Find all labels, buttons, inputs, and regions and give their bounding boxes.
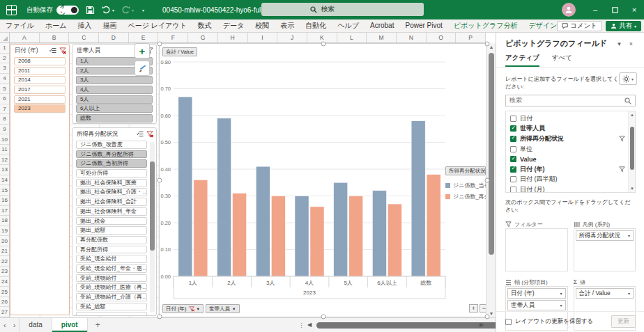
chart-legend-field-button[interactable]: 所得再分配状況 ▼ xyxy=(445,166,486,175)
field-row[interactable]: 所得再分配状況 xyxy=(510,134,625,144)
chart-selection-handle[interactable] xyxy=(158,42,162,47)
row-header-7[interactable]: 7 xyxy=(0,104,9,115)
slicer-item[interactable]: 拠出_社会保険料_医療 xyxy=(76,179,147,187)
minimize-button[interactable]: – xyxy=(585,0,605,19)
area-field-pill[interactable]: 日付 (年)▾ xyxy=(507,288,566,299)
defer-layout-checkbox[interactable] xyxy=(505,319,512,325)
row-header-25[interactable]: 25 xyxy=(0,287,9,297)
slicer-item[interactable]: 2014 xyxy=(14,76,66,84)
ribbon-tab-12[interactable]: Power Pivot xyxy=(399,19,447,32)
row-header-16[interactable]: 16 xyxy=(0,196,9,206)
row-header-27[interactable]: 27 xyxy=(0,307,9,317)
undo-dropdown-icon[interactable]: ▾ xyxy=(112,8,114,13)
slicer-item[interactable]: 2017 xyxy=(14,86,66,94)
field-checkbox[interactable] xyxy=(510,176,516,182)
chart-selection-handle[interactable] xyxy=(485,178,490,183)
scroll-left-icon[interactable]: ◀ xyxy=(307,322,312,328)
slicer-item[interactable]: 総数 xyxy=(76,114,153,122)
row-header-14[interactable]: 14 xyxy=(0,175,9,186)
field-row[interactable]: Value xyxy=(510,154,625,164)
field-list-scrollbar[interactable]: ▲ ▼ xyxy=(628,111,635,192)
column-header-H[interactable]: H xyxy=(218,33,248,42)
row-header-24[interactable]: 24 xyxy=(0,277,9,287)
pane-close-icon[interactable]: × xyxy=(625,40,637,47)
row-header-21[interactable]: 21 xyxy=(0,246,9,257)
chart-styles-button[interactable] xyxy=(135,61,150,76)
row-header-11[interactable]: 11 xyxy=(0,145,9,155)
column-header-F[interactable]: F xyxy=(158,33,188,42)
row-header-12[interactable]: 12 xyxy=(0,155,9,166)
chart-selection-handle[interactable] xyxy=(158,315,162,319)
share-button[interactable]: 共有 ▾ xyxy=(606,21,641,31)
row-header-2[interactable]: 2 xyxy=(0,54,9,64)
ribbon-tab-10[interactable]: ヘルプ xyxy=(332,19,365,32)
field-row[interactable]: 日付 xyxy=(510,113,625,124)
field-checkbox[interactable] xyxy=(510,125,516,132)
filter-funnel-icon[interactable] xyxy=(505,221,512,228)
area-field-pill[interactable]: 所得再分配状況▾ xyxy=(576,230,634,241)
slicer-item[interactable]: 受給_現金給付 xyxy=(76,255,147,263)
ribbon-tab-8[interactable]: 表示 xyxy=(275,19,300,32)
slicer-item[interactable]: 拠出_社会保険料_介護・… xyxy=(76,188,147,196)
field-search-box[interactable]: 検索 xyxy=(505,95,636,106)
filter-funnel-icon[interactable] xyxy=(619,166,625,173)
save-icon[interactable] xyxy=(86,6,95,15)
chart-selection-handle[interactable] xyxy=(485,42,490,47)
ribbon-tab-4[interactable]: ページ レイアウト xyxy=(122,19,192,32)
scroll-right-icon[interactable]: ▶ xyxy=(480,322,484,328)
redo-dropdown-icon[interactable]: ▾ xyxy=(132,8,134,13)
chart-selection-handle[interactable] xyxy=(485,315,490,319)
row-header-13[interactable]: 13 xyxy=(0,165,9,175)
area-box-legend[interactable]: 所得再分配状況▾ xyxy=(574,228,636,271)
field-checkbox[interactable] xyxy=(510,136,516,142)
slicer-item[interactable]: 拠出_総額 xyxy=(76,226,147,235)
select-all-corner[interactable] xyxy=(0,33,10,42)
slicer-item[interactable]: 2011 xyxy=(14,67,66,75)
slicer-item[interactable]: 5人 xyxy=(76,95,153,104)
column-header-C[interactable]: C xyxy=(69,33,99,42)
ribbon-tab-0[interactable]: ファイル xyxy=(0,19,40,32)
chart-elements-button[interactable]: + xyxy=(135,43,150,58)
slicer-item[interactable]: ジニ係数_改善度 xyxy=(76,141,147,149)
search-box[interactable]: 検索 xyxy=(261,3,424,16)
vertical-scroll-thumb[interactable] xyxy=(489,53,494,255)
filter-funnel-icon[interactable] xyxy=(619,136,625,142)
ribbon-contextual-tab-0[interactable]: ピボットグラフ分析 xyxy=(448,19,523,32)
ribbon-tab-2[interactable]: 挿入 xyxy=(72,19,97,32)
slicer-redistribution-status[interactable]: 所得再分配状況ジニ係数_改善度ジニ係数_再分配所得ジニ係数_当初所得可処分所得拠… xyxy=(72,127,157,316)
redo-button[interactable]: ▾ xyxy=(121,6,134,14)
row-header-17[interactable]: 17 xyxy=(0,206,9,216)
splitter-dots-icon[interactable]: ⋮ xyxy=(298,322,305,329)
row-header-22[interactable]: 22 xyxy=(0,256,9,267)
row-header-23[interactable]: 23 xyxy=(0,267,9,277)
slicer-date-year[interactable]: 日付 (年)200820112014201720212023 xyxy=(10,44,70,315)
slicer-item[interactable]: 拠出_社会保険料_合計 xyxy=(76,198,147,206)
comments-button[interactable]: コメント xyxy=(557,21,602,31)
area-box-filters[interactable] xyxy=(505,228,568,271)
maximize-button[interactable] xyxy=(605,0,624,19)
slicer-item[interactable]: ジニ係数_再分配所得 xyxy=(76,150,147,159)
row-header-8[interactable]: 8 xyxy=(0,114,9,125)
autosave-toggle[interactable]: オン xyxy=(56,6,79,15)
field-row[interactable]: 日付 (四半期) xyxy=(510,175,625,185)
column-header-O[interactable]: O xyxy=(427,33,457,42)
field-row[interactable]: 世帯人員 xyxy=(510,124,625,134)
row-header-9[interactable]: 9 xyxy=(0,125,9,135)
field-row[interactable]: 日付 (年) xyxy=(510,164,625,175)
slicer-scrollbar[interactable] xyxy=(150,142,155,313)
scroll-up-icon[interactable]: ▲ xyxy=(629,113,636,117)
pane-tab-すべて[interactable]: すべて xyxy=(552,54,572,67)
row-header-5[interactable]: 5 xyxy=(0,84,9,94)
clear-filter-icon[interactable] xyxy=(59,47,66,54)
column-header-G[interactable]: G xyxy=(188,33,218,42)
column-header-M[interactable]: M xyxy=(367,33,397,42)
ribbon-tab-6[interactable]: データ xyxy=(217,19,250,32)
field-checkbox[interactable] xyxy=(510,146,516,152)
row-header-6[interactable]: 6 xyxy=(0,94,9,104)
slicer-item[interactable]: 6人以上 xyxy=(76,104,153,113)
slicer-item[interactable]: 3人 xyxy=(76,76,153,84)
area-field-pill[interactable]: 合計 / Value▾ xyxy=(576,288,634,299)
slicer-item[interactable]: 拠出_社会保険料_年金 xyxy=(76,207,147,216)
slicer-item[interactable]: 4人 xyxy=(76,86,153,94)
area-field-pill[interactable]: 世帯人員▾ xyxy=(507,300,566,310)
